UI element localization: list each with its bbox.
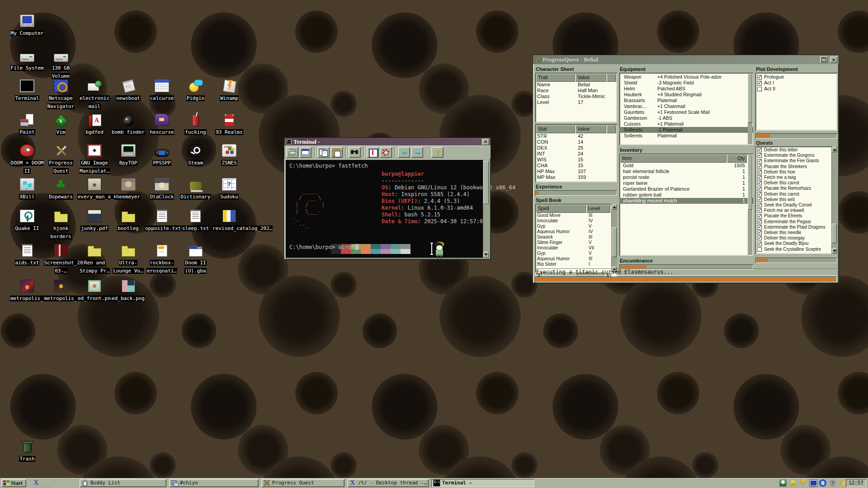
task-button-buddy-list[interactable]: Buddy List [80, 479, 166, 487]
desktop-icon-rockbox-erosqnati[interactable]: rockbox-erosqnati… [145, 242, 179, 274]
quest-item[interactable]: Deliver this needle [755, 230, 831, 235]
desktop-icon-vim[interactable]: VVim [44, 112, 78, 136]
quest-item[interactable]: Fetch me an inkwell [755, 208, 831, 213]
quest-item[interactable]: Exterminate the Plaid Dragons [755, 225, 831, 230]
scrollbar-thumb[interactable] [832, 224, 837, 243]
desktop-icon-otaclock[interactable]: OtaClock [145, 176, 179, 200]
task-button-terminal[interactable]: Terminal - [431, 479, 534, 487]
inventory-row[interactable]: Garlanded Brazier of Patience1 [619, 186, 753, 192]
quest-item[interactable]: Fetch me a twig [755, 175, 831, 180]
inventory-scrollbar[interactable] [748, 155, 752, 255]
spellbook-vscrollbar[interactable] [611, 204, 617, 272]
desktop-icon-screenshot-2025-03[interactable]: Screenshot_2025-03-… [44, 242, 78, 274]
desktop-icon-every-man-a-king-pdf[interactable]: every_man_a_king.pdf [77, 176, 112, 200]
desktop-icon-93-realms[interactable]: 93 Realms [212, 112, 246, 136]
spell-row[interactable]: GypV [535, 251, 611, 256]
inventory-row[interactable]: poroid node1 [619, 174, 753, 180]
bell-tray-icon[interactable] [789, 479, 797, 487]
equipment-row[interactable]: Sollerets-1 Platemail [619, 127, 753, 133]
close-button[interactable]: × [830, 56, 837, 63]
quest-item[interactable]: Deliver this hoe [755, 169, 831, 175]
copy-button[interactable] [317, 147, 330, 158]
spell-row[interactable]: Slime FingerV [535, 240, 611, 245]
inventory-row[interactable]: hair elemental follicle1 [619, 169, 753, 174]
equipment-row[interactable]: SolleretsPlatemail [619, 133, 753, 139]
desktop-icon-dopewars[interactable]: ♣Dopewars [44, 176, 78, 200]
equipment-row[interactable]: Vambrac…+1 Chainmail [619, 103, 753, 109]
quest-item[interactable]: Exterminate the Pegasi [755, 219, 831, 225]
inventory-row[interactable]: Gold1505 [619, 163, 753, 169]
quest-item[interactable]: Placate the Shriekers [755, 164, 831, 169]
column-header[interactable]: Stat [536, 125, 575, 133]
equipment-row[interactable]: Gauntlets+1 Festooned Scale Mail [619, 109, 753, 115]
desktop-icon-file-system[interactable]: File System [10, 47, 44, 71]
task-button-t-desktop-thread[interactable]: X/t/ - Desktop thread -… [347, 479, 429, 487]
desktop-pet[interactable] [434, 242, 445, 259]
stat-row[interactable]: MP Max159 [535, 174, 617, 180]
desktop-icon-zsnes[interactable]: ZSNES [212, 142, 246, 166]
equipment-row[interactable]: Weapon+4 Polished Vicious Pole-adze [619, 74, 753, 80]
column-header[interactable]: Level [586, 205, 610, 213]
terminal-scrollbar[interactable] [483, 160, 489, 258]
quest-item[interactable]: Deliver this letter [755, 147, 831, 153]
find-button[interactable] [349, 147, 361, 158]
plot-item[interactable]: Act II [755, 86, 837, 92]
desktop-icon-sudoku[interactable]: 7Sudoku [212, 176, 246, 200]
inventory-row[interactable]: roper twine1 [619, 180, 753, 186]
quest-item[interactable]: Deliver this writ [755, 197, 831, 202]
desktop-icon-hjonk-borders[interactable]: hjonk borders [44, 208, 78, 240]
quest-item[interactable]: Seek the Deadly Corset [755, 202, 831, 208]
trait-row[interactable]: NameBelial [535, 82, 617, 88]
desktop-icon-calcurse[interactable]: calcurse [145, 78, 179, 102]
terminal-titlebar[interactable]: Terminal - × [284, 138, 491, 145]
desktop-icon-steam[interactable]: Steam [179, 142, 213, 166]
help-tray-icon[interactable]: ? [829, 479, 836, 487]
settings-button[interactable] [380, 147, 392, 158]
column-header[interactable]: Value [576, 74, 606, 82]
stat-row[interactable]: CON14 [535, 139, 617, 145]
desktop-icon-xbill[interactable]: XBill [10, 176, 44, 200]
stat-row[interactable]: DEX25 [535, 145, 617, 151]
start-button[interactable]: Start [1, 479, 26, 487]
tiles-button[interactable] [367, 147, 379, 158]
column-header[interactable]: Item [620, 155, 726, 163]
desktop-icon-bpytop[interactable]: BpyTOP [111, 142, 146, 166]
desktop-icon-paint[interactable]: Paint [10, 112, 44, 136]
column-header[interactable]: Value [576, 125, 606, 133]
desktop-icon-heemeyer[interactable]: heemeyer [111, 176, 146, 200]
desktop-icon-ppsspp[interactable]: PPSSPP [145, 142, 179, 166]
desktop-icon-revised-catalog-202[interactable]: revised_catalog_202… [212, 208, 246, 232]
spell-row[interactable]: Aqueous HumorIII [535, 256, 611, 262]
quests-scrollbar[interactable] [831, 146, 837, 254]
new-window-button[interactable] [299, 147, 311, 158]
equipment-row[interactable]: Hauberk+4 Studded Ringmail [619, 92, 753, 98]
forward-button[interactable]: → [411, 147, 423, 158]
back-button[interactable]: ← [398, 147, 410, 158]
quest-item[interactable]: Exterminate the Fire Giants [755, 158, 831, 164]
desktop-icon-pidgin[interactable]: Pidgin [179, 78, 213, 102]
desktop-icon-terminal[interactable]: Terminal [10, 78, 44, 102]
column-header[interactable]: Qty [727, 155, 747, 163]
trait-row[interactable]: RaceHalf Man [535, 88, 617, 94]
quest-item[interactable]: Exterminate the Gorgons [755, 153, 831, 158]
desktop-icon-aids-txt[interactable]: aids.txt [10, 242, 44, 266]
scrollbar-thumb[interactable] [612, 227, 617, 257]
desktop-icon-ed-back-png[interactable]: ed_back.png [111, 278, 146, 302]
desktop-icon-ultra-lounge-vo[interactable]: Ultra-Lounge Vo… [111, 242, 146, 274]
desktop-icon-ren-and-stimpy-pr[interactable]: Ren and Stimpy Pr… [77, 242, 112, 274]
desktop-icon-progress-quest[interactable]: Progress Quest [44, 142, 78, 174]
desktop-icon-gnu-image-manipulat[interactable]: GNU Image Manipulat… [77, 142, 112, 174]
quest-item[interactable]: Placate the Efreets [755, 213, 831, 219]
desktop-icon-130-gb-volume[interactable]: 130 GB Volume [44, 47, 78, 80]
display-tray-icon[interactable] [809, 479, 816, 487]
inventory-row[interactable]: rubber golem ball1 [619, 192, 753, 198]
plot-item[interactable]: Act I [755, 80, 837, 86]
equipment-row[interactable]: Shield-3 Magnetic Field [619, 80, 753, 86]
flower-tray-icon[interactable]: * [799, 479, 807, 487]
maximize-button[interactable] [820, 56, 827, 63]
terminal-output[interactable]: C:\home\burpo> fastfetch _____ / __ \ | … [286, 160, 489, 258]
desktop-icon-doom-ii-u-gba[interactable]: Doom II (U).gba [179, 242, 213, 274]
plot-item[interactable]: Prologue [755, 74, 837, 80]
scrollbar-thumb[interactable] [483, 161, 489, 204]
quest-item[interactable]: Deliver this carrot [755, 192, 831, 197]
